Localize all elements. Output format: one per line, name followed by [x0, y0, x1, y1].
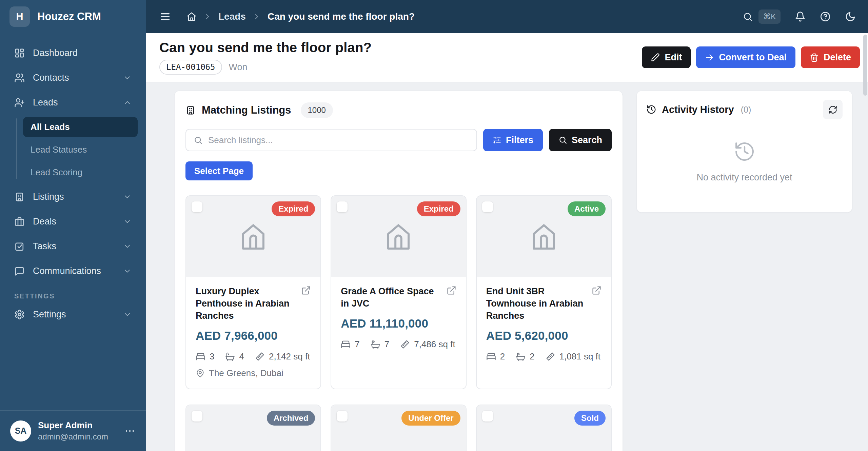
- scrollbar[interactable]: [863, 35, 867, 450]
- sidebar-item-contacts[interactable]: Contacts: [8, 67, 138, 88]
- user-menu-button[interactable]: [124, 425, 136, 437]
- lead-meta: LEA-001065 Won: [159, 60, 372, 75]
- listing-checkbox[interactable]: [482, 411, 493, 421]
- bell-icon: [795, 11, 806, 22]
- topbar-actions: ⌘K: [743, 9, 856, 24]
- baths-value: 4: [239, 351, 244, 362]
- listing-title: Grade A Office Space in JVC: [341, 286, 441, 310]
- sidebar-item-label: Tasks: [33, 241, 56, 252]
- sidebar-item-leads[interactable]: Leads: [8, 92, 138, 113]
- external-link-icon[interactable]: [301, 286, 311, 295]
- sidebar-item-label: Deals: [33, 216, 56, 227]
- user-profile[interactable]: SA Super Admin admin@admin.com: [0, 410, 146, 451]
- listing-card[interactable]: Under Offer: [331, 405, 466, 451]
- status-badge: Expired: [272, 201, 315, 216]
- pencil-icon: [651, 53, 660, 62]
- listing-card[interactable]: Expired Luxury Duplex Penthouse in Arabi…: [185, 195, 321, 389]
- search-icon: [743, 12, 753, 22]
- refresh-button[interactable]: [823, 100, 843, 119]
- external-link-icon[interactable]: [592, 286, 601, 295]
- area-value: 2,142 sq ft: [269, 351, 310, 362]
- ruler-icon: [546, 352, 555, 361]
- notifications-button[interactable]: [795, 11, 806, 22]
- listing-stats: 7 7 7,486 sq ft: [341, 339, 456, 350]
- user-email: admin@admin.com: [38, 432, 108, 442]
- listing-image-placeholder: Active: [477, 196, 611, 277]
- listing-title: End Unit 3BR Townhouse in Arabian Ranche…: [486, 286, 586, 322]
- beds-value: 2: [500, 351, 505, 362]
- home-icon[interactable]: [186, 12, 197, 22]
- history-icon: [646, 104, 656, 115]
- help-button[interactable]: [820, 11, 831, 22]
- global-search[interactable]: ⌘K: [743, 9, 781, 24]
- chevron-up-icon: [123, 98, 132, 107]
- ruler-icon: [400, 339, 410, 349]
- sidebar-item-listings[interactable]: Listings: [8, 187, 138, 207]
- filters-button[interactable]: Filters: [483, 129, 543, 151]
- dark-mode-toggle[interactable]: [845, 11, 856, 22]
- activity-history-header: Activity History (0): [646, 100, 843, 119]
- listing-checkbox[interactable]: [337, 201, 348, 212]
- convert-to-deal-button[interactable]: Convert to Deal: [696, 46, 795, 68]
- listing-location: The Greens, Dubai: [196, 368, 311, 378]
- convert-button-label: Convert to Deal: [719, 52, 787, 63]
- chevron-down-icon: [123, 242, 132, 251]
- external-link-icon[interactable]: [447, 286, 456, 295]
- activity-empty-text: No activity recorded yet: [696, 172, 792, 183]
- sidebar-item-communications[interactable]: Communications: [8, 261, 138, 281]
- listing-card[interactable]: Archived: [185, 405, 321, 451]
- sidebar-item-tasks[interactable]: Tasks: [8, 236, 138, 257]
- sidebar-item-label: Communications: [33, 266, 101, 276]
- delete-button[interactable]: Delete: [801, 46, 860, 68]
- sidebar-item-label: Settings: [33, 309, 66, 320]
- sidebar-item-dashboard[interactable]: Dashboard: [8, 43, 138, 63]
- chevron-right-icon: [253, 13, 261, 21]
- chevron-down-icon: [123, 217, 132, 226]
- listing-checkbox[interactable]: [192, 411, 202, 421]
- bed-icon: [486, 352, 496, 361]
- activity-history-title: Activity History: [662, 104, 734, 115]
- bath-icon: [516, 352, 526, 361]
- listing-checkbox[interactable]: [337, 411, 348, 421]
- sidebar-subitem-label: All Leads: [31, 122, 70, 132]
- listing-checkbox[interactable]: [192, 201, 202, 212]
- search-icon: [194, 136, 203, 145]
- status-badge: Active: [568, 201, 606, 216]
- sidebar-toggle-button[interactable]: [159, 11, 171, 22]
- listing-card[interactable]: Expired Grade A Office Space in JVC AED …: [331, 195, 466, 389]
- scrollbar-thumb[interactable]: [863, 35, 867, 96]
- select-page-button[interactable]: Select Page: [185, 161, 253, 180]
- activity-count: (0): [741, 105, 751, 115]
- listings-search-box[interactable]: [185, 129, 477, 151]
- breadcrumb-leads[interactable]: Leads: [218, 11, 246, 22]
- listing-price: AED 11,110,000: [341, 317, 456, 330]
- sidebar-item-all-leads[interactable]: All Leads: [23, 117, 138, 137]
- listings-search-button[interactable]: Search: [549, 129, 612, 151]
- sidebar-item-lead-scoring[interactable]: Lead Scoring: [23, 162, 138, 182]
- listings-count-badge: 1000: [301, 102, 333, 118]
- house-icon: [382, 220, 415, 253]
- listing-checkbox[interactable]: [482, 201, 493, 212]
- chevron-right-icon: [203, 13, 212, 21]
- page-header-actions: Edit Convert to Deal Delete: [642, 46, 860, 68]
- page-header: Can you send me the floor plan? LEA-0010…: [146, 33, 868, 82]
- filters-button-label: Filters: [506, 135, 533, 145]
- listing-card[interactable]: Active End Unit 3BR Townhouse in Arabian…: [476, 195, 612, 389]
- sidebar-item-deals[interactable]: Deals: [8, 211, 138, 232]
- search-icon: [558, 136, 567, 144]
- sidebar-item-lead-statuses[interactable]: Lead Statuses: [23, 140, 138, 160]
- chat-bubble-icon: [14, 266, 25, 276]
- listing-title: Luxury Duplex Penthouse in Arabian Ranch…: [196, 286, 296, 322]
- history-icon: [733, 140, 756, 163]
- edit-button[interactable]: Edit: [642, 46, 691, 68]
- sidebar: H Houzez CRM Dashboard Contacts Leads Al…: [0, 0, 146, 451]
- listing-stats: 2 2 1,081 sq ft: [486, 351, 601, 362]
- user-plus-icon: [14, 97, 25, 108]
- sidebar-subitem-label: Lead Statuses: [31, 144, 87, 155]
- listings-search-input[interactable]: [208, 135, 469, 145]
- sidebar-item-settings[interactable]: Settings: [8, 304, 138, 325]
- listing-card[interactable]: Sold: [476, 405, 612, 451]
- avatar: SA: [10, 420, 31, 442]
- listing-stats: 3 4 2,142 sq ft: [196, 351, 311, 362]
- select-page-label: Select Page: [194, 166, 244, 176]
